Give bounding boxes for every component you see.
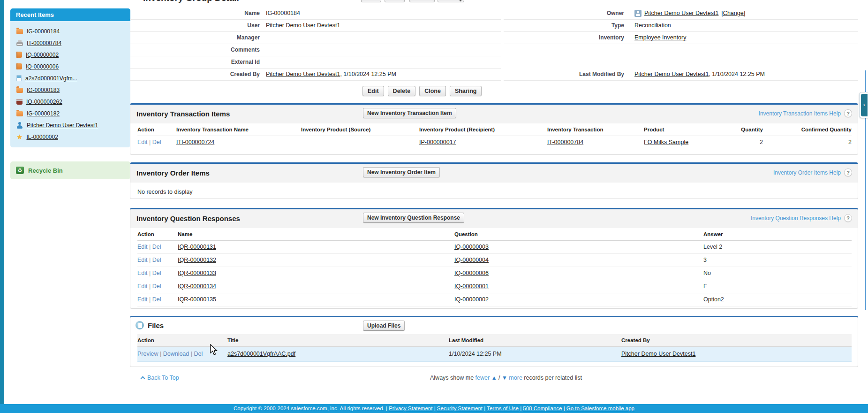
file-link[interactable]: a2s7d000001VgfrAAC.pdf	[227, 351, 295, 357]
del-link[interactable]: Del	[152, 283, 161, 290]
recent-item-link[interactable]: a2s7d000001Vgfm...	[25, 75, 77, 82]
inventory-transaction-link[interactable]: IT-000000784	[547, 139, 583, 145]
page-title: Inventory Group Detail	[143, 0, 265, 3]
recent-item-link[interactable]: IQ-00000002	[26, 52, 59, 58]
privacy-statement-link[interactable]: Privacy Statement	[389, 405, 432, 411]
del-link[interactable]: Del	[152, 257, 161, 263]
terms-of-use-link[interactable]: Terms of Use	[487, 405, 519, 411]
edit-button[interactable]: Edit	[362, 86, 384, 96]
new-inventory-order-item-button[interactable]: New Inventory Order Item	[363, 167, 440, 177]
fewer-link[interactable]: fewer	[476, 375, 490, 381]
created-by-link[interactable]: Pitcher Demo User Devtest1	[266, 71, 340, 77]
question-responses-table: Action Name Question Answer Edit | Del I…	[137, 228, 852, 306]
response-link[interactable]: IQR-00000132	[178, 257, 216, 263]
right-panel-toggle-tab[interactable]: ‹	[859, 92, 868, 118]
transaction-item-link[interactable]: ITI-000000724	[176, 139, 214, 145]
del-link[interactable]: Del	[152, 270, 161, 276]
recent-item[interactable]: IQ-00000006	[10, 61, 130, 72]
copyright-text: Copyright © 2000-2024 salesforce.com, in…	[234, 405, 385, 411]
question-responses-help-link[interactable]: Inventory Question Responses Help	[751, 215, 841, 222]
recent-item-link[interactable]: IL-00000002	[26, 134, 58, 140]
recent-item-link[interactable]: IT-000000784	[27, 40, 61, 46]
new-inventory-transaction-item-button[interactable]: New Inventory Transaction Item	[363, 108, 456, 118]
mobile-app-link[interactable]: Go to Salesforce mobile app	[566, 405, 634, 411]
security-statement-link[interactable]: Security Statement	[437, 405, 483, 411]
table-row: Edit | Del ITI-000000724 IP-000000017 IT…	[137, 136, 852, 149]
cell-question: IQ-00000002	[454, 293, 703, 306]
recent-item-link[interactable]: IO-000000262	[26, 99, 62, 105]
recent-item-link[interactable]: IG-00000183	[27, 87, 60, 93]
del-link[interactable]: Del	[152, 244, 161, 250]
edit-link[interactable]: Edit	[137, 270, 148, 276]
recent-item[interactable]: IT-000000784	[10, 37, 130, 49]
col-question: Question	[454, 228, 703, 240]
section-inventory-question-responses: Inventory Question Responses New Invento…	[130, 208, 858, 309]
transaction-items-help-link[interactable]: Inventory Transaction Items Help	[759, 110, 841, 117]
top-edit-button[interactable]	[361, 0, 381, 2]
recent-item[interactable]: IG-00000183	[10, 84, 130, 96]
order-items-help-link[interactable]: Inventory Order Items Help	[773, 169, 841, 176]
download-link[interactable]: Download	[163, 351, 189, 357]
edit-link[interactable]: Edit	[137, 296, 148, 303]
recycle-bin-link[interactable]: Recycle Bin	[28, 167, 63, 174]
upload-files-button[interactable]: Upload Files	[363, 321, 405, 331]
back-to-top-link[interactable]: Back To Top	[147, 375, 179, 381]
recent-items-header: Recent Items	[10, 8, 130, 21]
edit-link[interactable]: Edit	[137, 244, 148, 250]
recycle-bin[interactable]: ♻ Recycle Bin	[10, 161, 130, 179]
help-icon[interactable]: ?	[844, 214, 852, 222]
back-to-top[interactable]: Back To Top	[141, 375, 179, 381]
recent-item[interactable]: a2s7d000001Vgfm...	[10, 72, 130, 84]
new-inventory-question-response-button[interactable]: New Inventory Question Response	[363, 213, 464, 223]
del-link[interactable]: Del	[152, 139, 161, 145]
top-delete-button[interactable]	[385, 0, 405, 2]
question-link[interactable]: IQ-00000006	[454, 270, 489, 276]
top-clone-button[interactable]	[409, 0, 435, 2]
recent-item[interactable]: IG-00000184	[10, 25, 130, 37]
recent-item-link[interactable]: IG-00000184	[27, 28, 60, 35]
recent-item[interactable]: IG-00000182	[10, 107, 130, 119]
del-link[interactable]: Del	[194, 351, 203, 357]
preview-link[interactable]: Preview	[137, 351, 158, 357]
recent-item-link[interactable]: IQ-00000006	[26, 63, 59, 70]
edit-link[interactable]: Edit	[137, 139, 148, 145]
sharing-button[interactable]: Sharing	[450, 86, 482, 96]
inventory-product-link[interactable]: IP-000000017	[419, 139, 456, 145]
folder-orange-icon	[16, 88, 23, 93]
recent-item-link[interactable]: Pitcher Demo User Devtest1	[27, 122, 98, 129]
response-link[interactable]: IQR-00000133	[178, 270, 216, 276]
response-link[interactable]: IQR-00000134	[178, 283, 216, 290]
cell-product-recipient: IP-000000017	[419, 136, 547, 149]
question-link[interactable]: IQ-00000003	[454, 244, 489, 250]
owner-link[interactable]: Pitcher Demo User Devtest1	[644, 8, 718, 19]
up-triangle-icon[interactable]: ▲	[491, 375, 497, 381]
top-sharing-button[interactable]	[438, 0, 464, 2]
recent-item[interactable]: Pitcher Demo User Devtest1	[10, 119, 130, 131]
down-triangle-icon[interactable]: ▼	[502, 375, 507, 381]
question-link[interactable]: IQ-00000001	[454, 283, 489, 290]
recent-item[interactable]: IQ-00000002	[10, 49, 130, 61]
question-link[interactable]: IQ-00000002	[454, 296, 489, 303]
more-link[interactable]: more	[509, 375, 522, 381]
last-modified-by-link[interactable]: Pitcher Demo User Devtest1	[634, 71, 709, 77]
compliance-link[interactable]: 508 Compliance	[523, 405, 562, 411]
response-link[interactable]: IQR-00000135	[178, 296, 216, 303]
help-icon[interactable]: ?	[844, 109, 852, 117]
recent-item[interactable]: IO-000000262	[10, 96, 130, 107]
creator-link[interactable]: Pitcher Demo User Devtest1	[621, 351, 695, 357]
question-link[interactable]: IQ-00000004	[454, 257, 489, 263]
del-link[interactable]: Del	[152, 296, 161, 303]
recent-item-link[interactable]: IG-00000182	[27, 110, 60, 117]
inventory-link[interactable]: Employee Inventory	[634, 34, 686, 41]
recent-items-list: IG-00000184 IT-000000784 IQ-00000002 IQ-…	[10, 21, 130, 147]
cell-answer: F	[703, 280, 852, 293]
recent-item[interactable]: ★ IL-00000002	[10, 131, 130, 143]
clone-button[interactable]: Clone	[419, 86, 446, 96]
owner-change-link[interactable]: [Change]	[721, 8, 745, 19]
delete-button[interactable]: Delete	[388, 86, 416, 96]
response-link[interactable]: IQR-00000131	[178, 244, 216, 250]
product-link[interactable]: FO Milks Sample	[644, 139, 688, 145]
help-icon[interactable]: ?	[844, 168, 852, 176]
edit-link[interactable]: Edit	[137, 257, 148, 263]
edit-link[interactable]: Edit	[137, 283, 148, 290]
